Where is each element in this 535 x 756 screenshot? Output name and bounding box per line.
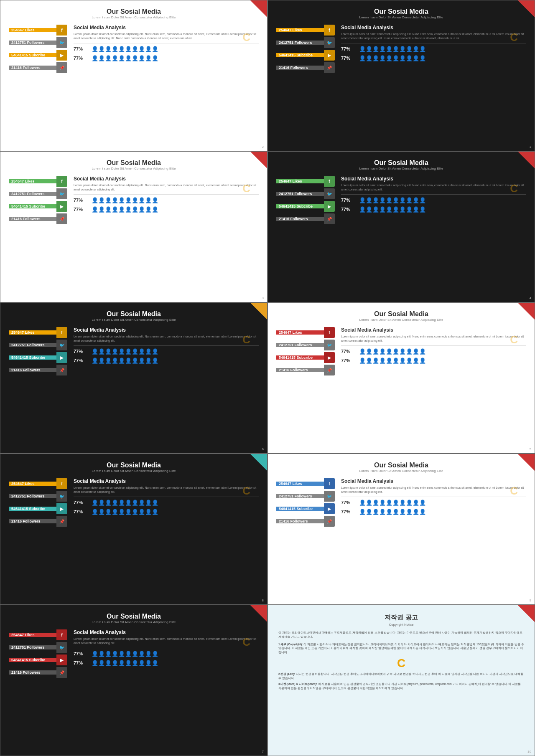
social-item: 254647 Likes f — [9, 176, 67, 187]
percent-row-1: 77% 👤👤👤👤👤👤👤👤👤👤 — [341, 348, 526, 355]
analysis-section: Social Media Analysis Lorem ipsum dolor … — [341, 478, 526, 527]
people-row-2: 👤👤👤👤👤👤👤👤👤👤 — [92, 508, 158, 515]
slide-number: 3 — [262, 296, 264, 300]
slide-content: 254647 Likes f 2412751 Followers 🐦 54641… — [268, 327, 535, 375]
c-watermark: C — [242, 333, 250, 346]
slide-9: Our Sosial Media Lorem i sum Dolor Sit A… — [0, 605, 268, 756]
percent-2: 77% — [74, 56, 88, 61]
analysis-text: Lorem ipsum dolor sit amet consectetur a… — [74, 183, 259, 192]
analysis-text: Lorem ipsum dolor sit amet consectetur a… — [341, 335, 526, 343]
slide-subtitle: Lorem i sum Dolor Sit Amen Consectetur A… — [268, 318, 535, 322]
social-list: 254647 Likes f 2412751 Followers 🐦 54641… — [9, 25, 67, 73]
slide-subtitle: Lorem i sum Dolor Sit Amen Consectetur A… — [268, 167, 535, 170]
slide-title: Our Sosial Media — [268, 159, 535, 167]
percent-row-1: 77% 👤👤👤👤👤👤👤👤👤👤 — [74, 348, 259, 355]
analysis-text: Lorem ipsum dolor sit amet consectetur a… — [74, 335, 259, 343]
percent-row-1: 77% 👤👤👤👤👤👤👤👤👤👤 — [341, 499, 526, 506]
percent-row-2: 77% 👤👤👤👤👤👤👤👤👤👤 — [74, 659, 259, 667]
people-row-1: 👤👤👤👤👤👤👤👤👤👤 — [92, 45, 158, 53]
analysis-text: Lorem ipsum dolor sit amet consectetur a… — [74, 637, 259, 645]
analysis-text: Lorem ipsum dolor sit amet consectetur a… — [341, 486, 526, 494]
people-row-2: 👤👤👤👤👤👤👤👤👤👤 — [92, 659, 158, 667]
c-watermark: C — [242, 31, 250, 44]
percent-1: 77% — [74, 349, 88, 354]
analysis-section: Social Media Analysis Lorem ipsum dolor … — [341, 327, 526, 375]
slide-title: Our Sosial Media — [268, 462, 535, 469]
social-item: 254647 Likes f — [9, 327, 67, 338]
analysis-title: Social Media Analysis — [74, 478, 259, 484]
c-watermark: C — [510, 31, 518, 44]
social-item: 2412751 Followers 🐦 — [9, 642, 67, 653]
social-item: 2412751 Followers 🐦 — [9, 37, 67, 48]
social-list: 254647 Likes f 2412751 Followers 🐦 54641… — [9, 327, 67, 375]
social-item: 54641415 Subcribe ▶ — [276, 503, 335, 514]
percent-row-2: 77% 👤👤👤👤👤👤👤👤👤👤 — [341, 54, 526, 62]
slide-number: 2 — [262, 145, 264, 149]
slide-header: Our Sosial Media Lorem i sum Dolor Sit A… — [268, 0, 535, 23]
percent-1: 77% — [74, 198, 88, 203]
slide-subtitle: Lorem i sum Dolor Sit Amen Consectetur A… — [0, 15, 267, 19]
stats-section: 77% 👤👤👤👤👤👤👤👤👤👤 77% 👤👤👤👤👤👤👤👤👤👤 — [74, 194, 259, 213]
people-row-1: 👤👤👤👤👤👤👤👤👤👤 — [92, 196, 158, 204]
stats-section: 77% 👤👤👤👤👤👤👤👤👤👤 77% 👤👤👤👤👤👤👤👤👤👤 — [74, 497, 259, 515]
c-symbol-display: C — [278, 657, 524, 670]
c-watermark: C — [510, 182, 518, 195]
social-item: 54641415 Subcribe ▶ — [276, 50, 335, 61]
c-watermark: C — [510, 485, 518, 497]
slide-title: Our Sosial Media — [0, 159, 267, 167]
stats-section: 77% 👤👤👤👤👤👤👤👤👤👤 77% 👤👤👤👤👤👤👤👤👤👤 — [341, 345, 526, 364]
slide-2: Our Sosial Media Lorem i sum Dolor Sit A… — [268, 0, 535, 151]
social-item: 21416 Followers 📌 — [9, 667, 67, 678]
corner-decoration — [250, 0, 267, 17]
corner-decoration — [518, 303, 535, 320]
people-row-1: 👤👤👤👤👤👤👤👤👤👤 — [359, 348, 426, 355]
slide-content: 254647 Likes f 2412751 Followers 🐦 54641… — [0, 629, 267, 678]
percent-row-2: 77% 👤👤👤👤👤👤👤👤👤👤 — [341, 357, 526, 364]
slide-content: 254647 Likes f 2412751 Followers 🐦 54641… — [0, 327, 267, 375]
social-item: 2412751 Followers 🐦 — [9, 340, 67, 350]
slide-number: 6 — [262, 447, 264, 451]
analysis-section: Social Media Analysis Lorem ipsum dolor … — [341, 176, 526, 224]
c-watermark: C — [242, 485, 250, 497]
social-list: 254647 Likes f 2412751 Followers 🐦 54641… — [9, 176, 67, 224]
slide-content: 254647 Likes f 2412751 Followers 🐦 54641… — [268, 25, 535, 73]
percent-row-2: 77% 👤👤👤👤👤👤👤👤👤👤 — [341, 205, 526, 213]
analysis-title: Social Media Analysis — [341, 176, 526, 182]
slide-number: 5 — [530, 447, 531, 451]
slide-header: Our Sosial Media Lorem i sum Dolor Sit A… — [268, 454, 535, 476]
percent-row-1: 77% 👤👤👤👤👤👤👤👤👤👤 — [74, 196, 259, 204]
analysis-text: Lorem ipsum dolor sit amet consectetur a… — [74, 486, 259, 494]
analysis-title: Social Media Analysis — [74, 629, 259, 635]
slide-header: Our Sosial Media Lorem i sum Dolor Sit A… — [0, 0, 267, 23]
slide-title: Our Sosial Media — [0, 8, 267, 15]
analysis-section: Social Media Analysis Lorem ipsum dolor … — [341, 25, 526, 73]
analysis-text: Lorem ipsum dolor sit amet consectetur a… — [74, 32, 259, 41]
people-row-1: 👤👤👤👤👤👤👤👤👤👤 — [359, 499, 426, 506]
c-watermark: C — [242, 182, 250, 195]
percent-1: 77% — [341, 500, 356, 505]
copyright-slide: 저작권 공고 Copyright Notice 이 자료는 크리에이티브마켓에서… — [268, 605, 535, 756]
slide-5: Our Sosial Media Lorem i sum Dolor Sit A… — [0, 302, 268, 454]
slide-content: 254647 Likes f 2412751 Followers 🐦 54641… — [268, 478, 535, 527]
slide-subtitle: Lorem i sum Dolor Sit Amen Consectetur A… — [268, 469, 535, 473]
copyright-section2: 2.변경 (Edit): 디자인 변경을 허용합니다. 저작권은 변경 후에도 … — [278, 672, 524, 680]
percent-row-2: 77% 👤👤👤👤👤👤👤👤👤👤 — [74, 357, 259, 364]
analysis-title: Social Media Analysis — [74, 327, 259, 333]
slide-content: 254647 Likes f 2412751 Followers 🐦 54641… — [0, 176, 267, 224]
corner-decoration — [250, 303, 267, 320]
analysis-title: Social Media Analysis — [341, 327, 526, 333]
percent-2: 77% — [74, 660, 88, 665]
slide-header: Our Sosial Media Lorem i sum Dolor Sit A… — [268, 303, 535, 325]
slide-title: Our Sosial Media — [0, 310, 267, 318]
slide-header: Our Sosial Media Lorem i sum Dolor Sit A… — [0, 152, 267, 174]
corner-decoration — [250, 605, 267, 622]
stats-section: 77% 👤👤👤👤👤👤👤👤👤👤 77% 👤👤👤👤👤👤👤👤👤👤 — [341, 497, 526, 515]
c-icon: C — [397, 657, 405, 670]
corner-decoration — [250, 152, 267, 168]
slide-3: Our Sosial Media Lorem i sum Dolor Sit A… — [0, 151, 268, 302]
social-item: 54641415 Subcribe ▶ — [9, 352, 67, 363]
slide-number: 4 — [530, 296, 531, 300]
social-list: 254647 Likes f 2412751 Followers 🐦 54641… — [276, 25, 335, 73]
percent-1: 77% — [341, 198, 356, 203]
slide-number: 8 — [262, 599, 264, 602]
